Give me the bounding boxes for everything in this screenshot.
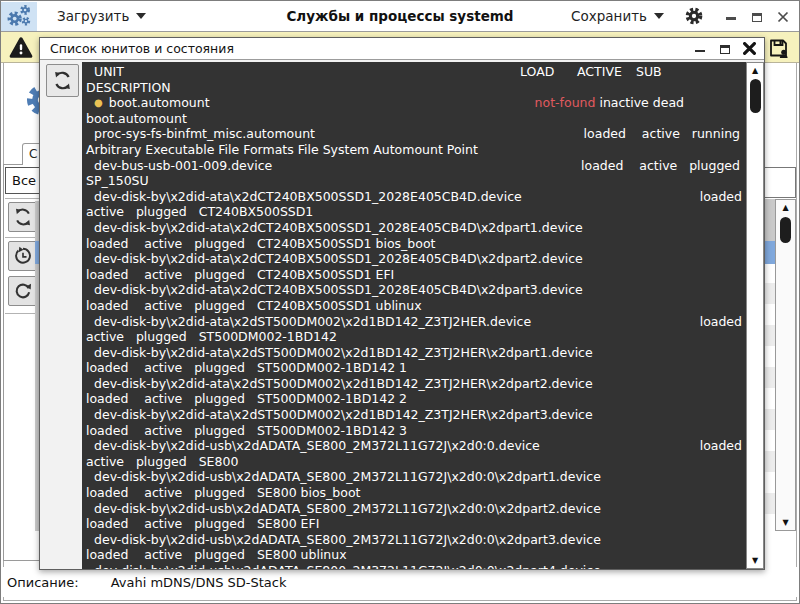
console-line[interactable]: dev-disk-by\x2did-ata\x2dST500DM002\x2d1… <box>82 345 746 361</box>
console-line[interactable]: dev-disk-by\x2did-ata\x2dCT240BX500SSD1_… <box>82 251 746 267</box>
save-file-button[interactable] <box>761 34 795 61</box>
dialog-titlebar[interactable]: Список юнитов и состояния <box>40 38 764 60</box>
console-line-text: loaded active plugged CT240BX500SSD1 ubl… <box>86 298 422 314</box>
refresh-button[interactable] <box>8 202 38 232</box>
console-line[interactable]: proc-sys-fs-binfmt_misc.automountloaded … <box>82 126 746 142</box>
console-line-text: SP_150SU <box>86 173 149 189</box>
filter-value: Все <box>12 173 36 188</box>
history-button[interactable] <box>8 241 38 271</box>
console-line[interactable]: boot.automount <box>82 111 746 127</box>
load-menu-button[interactable]: Загрузить <box>51 4 152 28</box>
console-line[interactable]: loaded active plugged ST500DM002-1BD142 … <box>82 360 746 376</box>
toolbar-separator <box>5 198 41 199</box>
console-line-text: dev-disk-by\x2did-usb\x2dADATA_SE800_2M3… <box>94 469 601 485</box>
console-line-text: active plugged CT240BX500SSD1 <box>86 204 313 220</box>
save-menu-button[interactable]: Сохранить <box>565 4 670 28</box>
dialog-minimize-button[interactable] <box>693 42 706 55</box>
console-line[interactable]: SP_150SU <box>82 173 746 189</box>
units-table-scrollbar[interactable]: ▲ ▼ <box>775 199 796 531</box>
load-menu-caret-icon <box>136 13 146 19</box>
console-line[interactable]: dev-disk-by\x2did-ata\x2dCT240BX500SSD1_… <box>82 282 746 298</box>
console-line[interactable]: loaded active plugged ST500DM002-1BD142 … <box>82 423 746 439</box>
console-line[interactable]: dev-disk-by\x2did-ata\x2dST500DM002\x2d1… <box>82 314 746 330</box>
console-line[interactable]: active plugged SE800 <box>82 454 746 470</box>
history-clock-icon <box>13 246 33 266</box>
console-line-text: loaded active plugged CT240BX500SSD1 EFI <box>86 267 394 283</box>
scroll-down-arrow-icon[interactable]: ▼ <box>747 553 763 568</box>
console-line[interactable]: dev-disk-by\x2did-usb\x2dADATA_SE800_2M3… <box>82 501 746 517</box>
console-line-text: boot.automount <box>86 111 187 127</box>
scroll-down-arrow-icon[interactable]: ▼ <box>776 515 795 530</box>
console-line-text: active plugged ST500DM002-1BD142 <box>86 329 337 345</box>
scroll-up-arrow-icon[interactable]: ▲ <box>747 63 763 78</box>
console-line-text: dev-disk-by\x2did-usb\x2dADATA_SE800_2M3… <box>94 532 601 548</box>
console-line-values: loaded active running <box>584 126 746 142</box>
console-line[interactable]: loaded active plugged CT240BX500SSD1 ubl… <box>82 298 746 314</box>
unit-state-dot-icon: ● <box>94 95 103 111</box>
console-scrollbar[interactable]: ▲ ▼ <box>746 62 764 569</box>
console-line-values: loaded <box>700 189 746 205</box>
save-file-icon <box>766 36 791 60</box>
console-line[interactable]: dev-disk-by\x2did-usb\x2dADATA_SE800_2M3… <box>82 438 746 454</box>
console-line-values: loaded <box>700 438 746 454</box>
console-line-text: loaded active plugged ST500DM002-1BD142 … <box>86 391 407 407</box>
console-line[interactable]: active plugged CT240BX500SSD1 <box>82 204 746 220</box>
scroll-up-arrow-icon[interactable]: ▲ <box>776 200 795 215</box>
save-menu-caret-icon <box>654 13 664 19</box>
app-gears-icon <box>5 3 33 29</box>
console-line[interactable]: dev-disk-by\x2did-ata\x2dST500DM002\x2d1… <box>82 376 746 392</box>
console-line[interactable]: loaded active plugged ST500DM002-1BD142 … <box>82 391 746 407</box>
console-line-text: dev-disk-by\x2did-ata\x2dCT240BX500SSD1_… <box>94 282 583 298</box>
statusbar: Описание: Avahi mDNS/DNS SD-Stack <box>1 567 799 597</box>
console-line[interactable]: loaded active plugged SE800 ublinux <box>82 547 746 563</box>
console-line-text: dev-disk-by\x2did-ata\x2dST500DM002\x2d1… <box>94 407 593 423</box>
scrollbar-thumb[interactable] <box>750 79 761 113</box>
console-lines: ●boot.automountnot-found inactive deadbo… <box>82 95 746 569</box>
reload-button[interactable] <box>8 276 38 306</box>
settings-button[interactable] <box>684 6 704 26</box>
console-line[interactable]: active plugged ST500DM002-1BD142 <box>82 329 746 345</box>
console-line[interactable]: loaded active plugged SE800 EFI <box>82 516 746 532</box>
console-line[interactable]: ●boot.automountnot-found inactive dead <box>82 95 746 111</box>
reload-icon <box>13 281 33 301</box>
console-line-text: dev-disk-by\x2did-ata\x2dCT240BX500SSD1_… <box>94 189 522 205</box>
console-line[interactable]: dev-disk-by\x2did-usb\x2dADATA_SE800_2M3… <box>82 532 746 548</box>
refresh-icon <box>13 207 33 227</box>
tab-label: С <box>29 147 37 161</box>
dialog-close-button[interactable] <box>743 42 756 55</box>
console-line-text: proc-sys-fs-binfmt_misc.automount <box>94 126 315 142</box>
col-sub: SUB <box>636 64 662 80</box>
units-dialog: Список юнитов и состояния <box>39 37 765 570</box>
console-line-text: dev-disk-by\x2did-ata\x2dCT240BX500SSD1_… <box>94 220 583 236</box>
close-bold-icon <box>743 42 756 55</box>
dialog-title: Список юнитов и состояния <box>50 41 234 56</box>
console-line[interactable]: loaded active plugged CT240BX500SSD1 bio… <box>82 236 746 252</box>
dialog-maximize-button[interactable] <box>718 42 731 55</box>
console-line-text: dev-bus-usb-001-009.device <box>94 158 272 174</box>
scrollbar-thumb[interactable] <box>780 217 791 243</box>
dialog-refresh-button[interactable] <box>46 64 79 97</box>
minimize-button[interactable] <box>724 10 737 23</box>
close-button[interactable] <box>776 10 789 23</box>
console-line[interactable]: dev-disk-by\x2did-ata\x2dCT240BX500SSD1_… <box>82 220 746 236</box>
console-line-text: loaded active plugged ST500DM002-1BD142 … <box>86 423 407 439</box>
console-line[interactable]: dev-disk-by\x2did-usb\x2dADATA_SE800_2M3… <box>82 469 746 485</box>
units-console[interactable]: UNIT LOAD ACTIVE SUB DESCRIPTION ●boot.a… <box>82 62 746 569</box>
console-line-text: dev-disk-by\x2did-ata\x2dCT240BX500SSD1_… <box>94 251 583 267</box>
col-active: ACTIVE <box>577 64 622 80</box>
console-line[interactable]: dev-bus-usb-001-009.deviceloaded active … <box>82 158 746 174</box>
console-line[interactable]: dev-disk-by\x2did-ata\x2dCT240BX500SSD1_… <box>82 189 746 205</box>
warning-button[interactable] <box>4 34 38 61</box>
console-line[interactable]: loaded active plugged CT240BX500SSD1 EFI <box>82 267 746 283</box>
console-line-text: dev-disk-by\x2did-ata\x2dST500DM002\x2d1… <box>94 376 593 392</box>
console-line[interactable]: Arbitrary Executable File Formats File S… <box>82 142 746 158</box>
description-value: Avahi mDNS/DNS SD-Stack <box>111 575 287 590</box>
load-menu-label: Загрузить <box>57 8 129 24</box>
gear-icon <box>684 6 704 26</box>
console-line[interactable]: dev-disk-by\x2did-usb\x2dADATA_SE800_2M3… <box>82 563 746 569</box>
console-line[interactable]: dev-disk-by\x2did-ata\x2dST500DM002\x2d1… <box>82 407 746 423</box>
app-menu-button[interactable] <box>1 2 37 31</box>
maximize-button[interactable] <box>750 10 763 23</box>
console-header-row2: DESCRIPTION <box>82 80 746 96</box>
console-line[interactable]: loaded active plugged SE800 bios_boot <box>82 485 746 501</box>
